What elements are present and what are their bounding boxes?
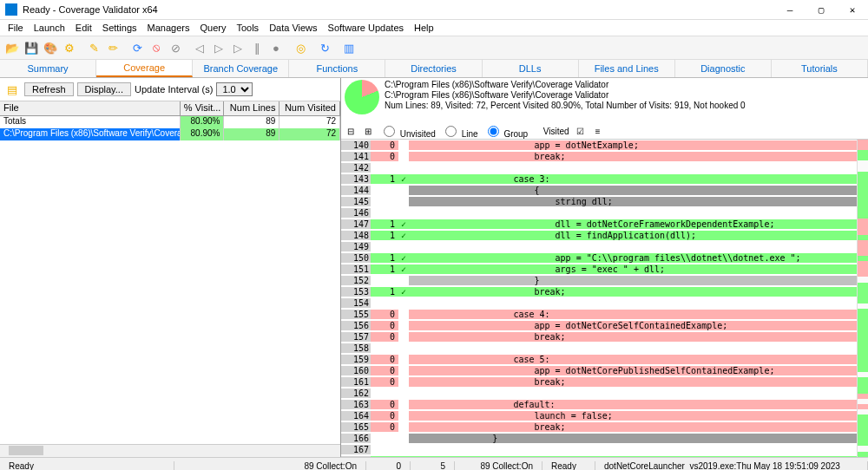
status-collect: 89 Collect:On: [174, 461, 366, 471]
tab-functions[interactable]: Functions: [289, 60, 385, 77]
code-line[interactable]: 1681✓ if (launch): [341, 455, 857, 457]
grid-header: File % Visit... Num Lines Num Visited: [0, 101, 340, 116]
code-line[interactable]: 1501✓ app = "C:\\program files\\dotnet\\…: [341, 252, 857, 264]
stop-icon[interactable]: ⦸: [148, 39, 165, 56]
code-line[interactable]: 1400 app = dotNetExample;: [341, 140, 857, 151]
code-line[interactable]: 1511✓ args = "exec " + dll;: [341, 264, 857, 275]
unvisited-radio[interactable]: Unvisited: [379, 123, 436, 139]
status-ready: Ready: [0, 461, 174, 471]
code-line[interactable]: 158: [341, 343, 857, 354]
tab-tutorials[interactable]: Tutorials: [772, 60, 868, 77]
target-icon[interactable]: ◎: [292, 39, 309, 56]
refresh-button[interactable]: Refresh: [24, 82, 74, 96]
minimize-button[interactable]: —: [774, 0, 806, 19]
group-radio[interactable]: Group: [483, 123, 529, 139]
code-line[interactable]: 1560 app = dotNetCoreSelfContainedExampl…: [341, 320, 857, 331]
code-line[interactable]: 1410 break;: [341, 151, 857, 162]
path-1: C:\Program Files (x86)\Software Verify\C…: [385, 80, 865, 90]
code-line[interactable]: 145 string dll;: [341, 196, 857, 207]
menu-help[interactable]: Help: [410, 23, 438, 33]
code-line[interactable]: 1640 launch = false;: [341, 410, 857, 421]
tab-dlls[interactable]: DLLs: [483, 60, 579, 77]
menubar: FileLaunchEditSettingsManagersQueryTools…: [0, 20, 868, 36]
right-panel: C:\Program Files (x86)\Software Verify\C…: [341, 78, 868, 457]
code-line[interactable]: 1570 break;: [341, 331, 857, 343]
sep: [335, 39, 339, 56]
tab-branch-coverage[interactable]: Branch Coverage: [193, 60, 289, 77]
tab-summary[interactable]: Summary: [0, 60, 96, 77]
tab-coverage[interactable]: Coverage: [96, 60, 193, 77]
pause-icon[interactable]: ‖: [248, 39, 266, 56]
code-line[interactable]: 149: [341, 241, 857, 252]
code-line[interactable]: 1531✓ break;: [341, 286, 857, 297]
colors-icon[interactable]: 🎨: [42, 39, 59, 56]
minimap[interactable]: [857, 140, 868, 457]
code-line[interactable]: 142: [341, 162, 857, 173]
code-line[interactable]: 1650 break;: [341, 421, 857, 433]
refresh-icon[interactable]: ⟳: [128, 39, 146, 56]
sep: [286, 39, 290, 56]
tab-files-and-lines[interactable]: Files and Lines: [579, 60, 675, 77]
code-line[interactable]: 1610 break;: [341, 376, 857, 388]
cancel-icon[interactable]: ⊘: [167, 39, 184, 56]
collapse-icon[interactable]: ⊟: [345, 125, 357, 137]
menu-edit[interactable]: Edit: [71, 23, 96, 33]
toolbar: 📂💾🎨⚙✎✏⟳⦸⊘◁▷▷‖●◎↻▥: [0, 36, 868, 60]
update-interval-select[interactable]: 1.0: [216, 82, 253, 96]
code-line[interactable]: 166 }: [341, 433, 857, 444]
expand-icon[interactable]: ⊞: [362, 125, 374, 137]
list-icon[interactable]: ≡: [592, 125, 604, 137]
next-icon[interactable]: ▷: [229, 39, 247, 56]
line-radio[interactable]: Line: [441, 123, 478, 139]
h-scrollbar[interactable]: [0, 444, 340, 457]
sep: [80, 39, 83, 56]
window-title: Ready - Coverage Validator x64: [23, 4, 774, 15]
display-button[interactable]: Display...: [77, 82, 131, 96]
code-line[interactable]: 1590 case 5:: [341, 354, 857, 365]
menu-managers[interactable]: Managers: [143, 23, 194, 33]
totals-row[interactable]: Totals 80.90% 89 72: [0, 116, 340, 128]
close-button[interactable]: ✕: [837, 0, 868, 19]
redo-icon[interactable]: ↻: [316, 39, 333, 56]
code-line[interactable]: 1471✓ dll = dotNetCoreFrameworkDependent…: [341, 219, 857, 230]
chart-icon[interactable]: ▥: [340, 39, 358, 56]
sep: [311, 39, 314, 56]
menu-file[interactable]: File: [3, 23, 28, 33]
code-line[interactable]: 154: [341, 297, 857, 309]
open-icon[interactable]: 📂: [3, 39, 21, 56]
source-view[interactable]: 1400 app = dotNetExample;1410 break;1421…: [341, 140, 868, 457]
coverage-pie-icon: [345, 80, 379, 114]
menu-launch[interactable]: Launch: [30, 23, 69, 33]
code-line[interactable]: 1431✓ case 3:: [341, 173, 857, 185]
record-icon[interactable]: ●: [267, 39, 285, 56]
code-line[interactable]: 146: [341, 207, 857, 219]
code-line[interactable]: 152 }: [341, 275, 857, 286]
save-icon[interactable]: 💾: [23, 39, 40, 56]
menu-data-views[interactable]: Data Views: [265, 23, 321, 33]
menu-query[interactable]: Query: [195, 23, 230, 33]
filter-icon[interactable]: ▤: [3, 81, 21, 98]
code-line[interactable]: 167: [341, 444, 857, 455]
coverage-stats: Num Lines: 89, Visited: 72, Percent Visi…: [385, 101, 865, 111]
code-line[interactable]: 144 {: [341, 185, 857, 196]
check-icon[interactable]: ☑: [575, 125, 587, 137]
gear-icon[interactable]: ⚙: [61, 39, 78, 56]
code-line[interactable]: 162: [341, 388, 857, 399]
tab-diagnostic[interactable]: Diagnostic: [675, 60, 772, 77]
menu-tools[interactable]: Tools: [232, 23, 263, 33]
menu-software-updates[interactable]: Software Updates: [324, 23, 408, 33]
play-icon[interactable]: ▷: [210, 39, 227, 56]
file-row[interactable]: C:\Program Files (x86)\Software Verify\C…: [0, 128, 340, 140]
maximize-button[interactable]: ▢: [806, 0, 837, 19]
wand-icon[interactable]: ✎: [85, 39, 102, 56]
menu-settings[interactable]: Settings: [98, 23, 141, 33]
pen-icon[interactable]: ✏: [104, 39, 122, 56]
code-line[interactable]: 1600 app = dotNetCorePublishedSelfContai…: [341, 365, 857, 376]
code-line[interactable]: 1550 case 4:: [341, 309, 857, 320]
prev-icon[interactable]: ◁: [191, 39, 208, 56]
code-line[interactable]: 1630 default:: [341, 399, 857, 410]
titlebar: Ready - Coverage Validator x64 — ▢ ✕: [0, 0, 868, 20]
tab-directories[interactable]: Directories: [385, 60, 482, 77]
code-line[interactable]: 1481✓ dll = findApplication(dll);: [341, 230, 857, 241]
status-exe: dotNetCoreLauncher_vs2019.exe:Thu May 18…: [595, 461, 868, 471]
